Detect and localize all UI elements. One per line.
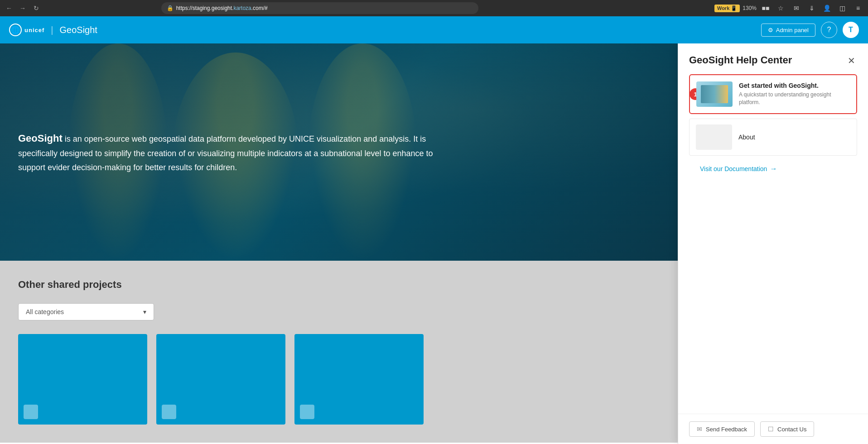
hero-section: GeoSight is an open-source web geospatia… bbox=[0, 43, 678, 261]
card-thumbnail bbox=[696, 81, 733, 107]
arrow-icon: → bbox=[770, 165, 777, 173]
menu-icon[interactable]: ≡ bbox=[852, 2, 864, 14]
help-panel: GeoSight Help Center ✕ 1 Get started wit… bbox=[678, 43, 868, 444]
geosight-label: GeoSight bbox=[60, 25, 97, 35]
forward-button[interactable]: → bbox=[17, 3, 28, 14]
help-panel-footer: ✉ Send Feedback ☐ Contact Us bbox=[678, 414, 868, 444]
settings-icon: ⚙ bbox=[768, 27, 773, 33]
extensions2-icon[interactable]: ◫ bbox=[836, 2, 849, 14]
projects-section: Other shared projects All categories ▾ bbox=[0, 261, 678, 443]
star-icon[interactable]: ☆ bbox=[775, 2, 787, 14]
extensions-icon[interactable]: ■■ bbox=[759, 2, 772, 14]
project-card-2[interactable] bbox=[156, 334, 285, 425]
user-initial: T bbox=[849, 26, 853, 34]
project-cards bbox=[18, 334, 660, 425]
browser-right-icons: Work 📱 130% ■■ ☆ ✉ ⇓ 👤 ◫ ≡ bbox=[714, 2, 864, 14]
contact-us-button[interactable]: ☐ Contact Us bbox=[760, 421, 814, 437]
project-icon-2 bbox=[162, 405, 176, 419]
hero-brand: GeoSight bbox=[18, 133, 63, 144]
app-header: 🌐 unicef | GeoSight ⚙ Admin panel ? T bbox=[0, 16, 868, 43]
contact-us-icon: ☐ bbox=[768, 425, 774, 433]
hero-description: is an open-source web geospatial data pl… bbox=[18, 134, 433, 172]
visit-docs-label: Visit our Documentation bbox=[700, 165, 767, 172]
project-card-3[interactable] bbox=[294, 334, 424, 425]
project-icon-3 bbox=[300, 405, 314, 419]
page-content: GeoSight is an open-source web geospatia… bbox=[0, 43, 678, 444]
address-bar[interactable]: 🔒 https://staging.geosight.kartoza.com/# bbox=[161, 2, 478, 14]
card-description: A quickstart to understanding geosight p… bbox=[739, 91, 850, 106]
app-wrapper: 🌐 unicef | GeoSight ⚙ Admin panel ? T bbox=[0, 16, 868, 444]
help-panel-title: GeoSight Help Center bbox=[689, 54, 792, 66]
category-label: All categories bbox=[26, 308, 64, 315]
account-icon[interactable]: 👤 bbox=[821, 2, 834, 14]
contact-us-label: Contact Us bbox=[777, 426, 806, 433]
card-text-block: Get started with GeoSight. A quickstart … bbox=[739, 82, 850, 106]
unicef-label: unicef bbox=[24, 27, 44, 33]
admin-panel-label: Admin panel bbox=[776, 27, 809, 33]
featured-card-inner: Get started with GeoSight. A quickstart … bbox=[690, 75, 856, 113]
admin-panel-button[interactable]: ⚙ Admin panel bbox=[761, 24, 815, 37]
user-avatar-button[interactable]: T bbox=[843, 22, 859, 38]
url-text: https://staging.geosight.kartoza.com/# bbox=[176, 5, 268, 11]
help-panel-body: 1 Get started with GeoSight. A quickstar… bbox=[678, 74, 868, 414]
reload-button[interactable]: ↻ bbox=[31, 3, 42, 14]
hero-text: GeoSight is an open-source web geospatia… bbox=[0, 112, 476, 193]
thumbnail-image bbox=[701, 85, 728, 103]
project-card-1[interactable] bbox=[18, 334, 147, 425]
about-card[interactable]: About bbox=[689, 119, 857, 156]
help-panel-header: GeoSight Help Center ✕ bbox=[678, 43, 868, 74]
help-button[interactable]: ? bbox=[821, 22, 837, 38]
featured-help-card[interactable]: 1 Get started with GeoSight. A quickstar… bbox=[689, 74, 857, 114]
zoom-level: 130% bbox=[743, 5, 757, 11]
unicef-globe-icon: 🌐 bbox=[9, 24, 22, 36]
about-thumbnail bbox=[696, 124, 732, 150]
send-feedback-label: Send Feedback bbox=[706, 426, 747, 433]
header-right: ⚙ Admin panel ? T bbox=[761, 22, 859, 38]
about-title: About bbox=[738, 134, 755, 141]
project-icon-1 bbox=[24, 405, 38, 419]
browser-chrome: ← → ↻ 🔒 https://staging.geosight.kartoza… bbox=[0, 0, 868, 16]
app-logo: 🌐 unicef | GeoSight bbox=[9, 24, 97, 36]
logo-divider: | bbox=[51, 25, 53, 35]
main-content: GeoSight is an open-source web geospatia… bbox=[0, 43, 868, 444]
chevron-down-icon: ▾ bbox=[143, 308, 146, 315]
back-button[interactable]: ← bbox=[4, 3, 14, 14]
download-icon[interactable]: ⇓ bbox=[805, 2, 818, 14]
bookmark-icon[interactable]: ✉ bbox=[790, 2, 803, 14]
card-title: Get started with GeoSight. bbox=[739, 82, 850, 89]
work-badge: Work 📱 bbox=[714, 5, 740, 12]
category-select[interactable]: All categories ▾ bbox=[18, 303, 154, 320]
help-icon: ? bbox=[827, 26, 831, 34]
unicef-logo: 🌐 unicef bbox=[9, 24, 44, 36]
projects-title: Other shared projects bbox=[18, 279, 660, 291]
send-feedback-icon: ✉ bbox=[697, 425, 702, 433]
close-button[interactable]: ✕ bbox=[846, 54, 857, 67]
visit-docs-link[interactable]: Visit our Documentation → bbox=[689, 165, 857, 173]
send-feedback-button[interactable]: ✉ Send Feedback bbox=[689, 421, 755, 437]
